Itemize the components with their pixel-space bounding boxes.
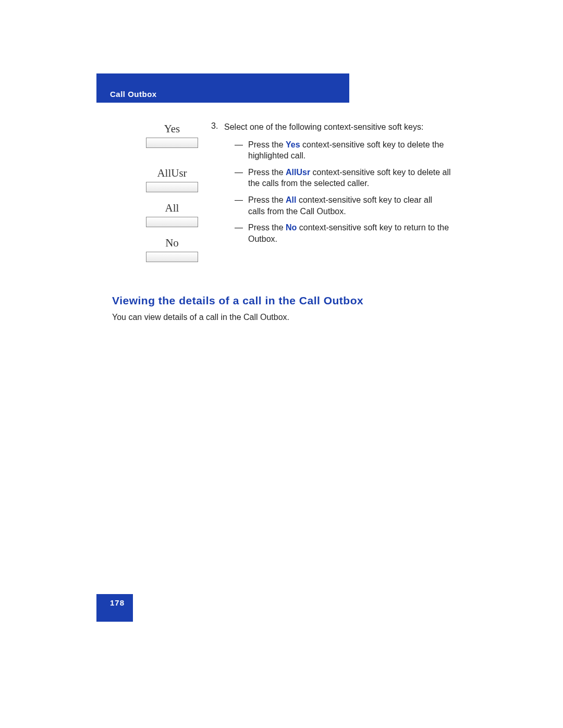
instruction-column: 3. Select one of the following context-s… [224, 121, 451, 250]
header-bar: Call Outbox [96, 73, 349, 103]
bullet-text: Press the AllUsr context-sensitive soft … [248, 167, 451, 189]
bullet-item-no: — Press the No context-sensitive soft ke… [235, 222, 451, 244]
dash-icon: — [235, 222, 243, 244]
step-number: 3. [211, 121, 218, 131]
bullet-list: — Press the Yes context-sensitive soft k… [224, 139, 451, 245]
bullet-item-allusr: — Press the AllUsr context-sensitive sof… [235, 167, 451, 189]
bullet-item-all: — Press the All context-sensitive soft k… [235, 194, 451, 217]
softkey-button-yes [146, 138, 198, 148]
softkey-label-all: All [136, 202, 209, 215]
softkey-label-yes: Yes [136, 122, 209, 135]
dash-icon: — [235, 167, 243, 189]
bullet-text: Press the All context-sensitive soft key… [248, 194, 451, 217]
softkey-allusr: AllUsr [136, 167, 209, 192]
softkey-button-allusr [146, 182, 198, 192]
page-number: 178 [110, 598, 125, 607]
softkey-label-allusr: AllUsr [136, 167, 209, 180]
softkey-label-no: No [136, 237, 209, 250]
softkey-all: All [136, 202, 209, 227]
dash-icon: — [235, 194, 243, 217]
softkey-column: Yes AllUsr All No [136, 122, 209, 272]
footer-bar: 178 [96, 594, 133, 622]
bullet-item-yes: — Press the Yes context-sensitive soft k… [235, 139, 451, 162]
bullet-text: Press the No context-sensitive soft key … [248, 222, 451, 244]
softkey-button-all [146, 217, 198, 227]
dash-icon: — [235, 139, 243, 162]
step-intro: Select one of the following context-sens… [224, 121, 451, 133]
softkey-yes: Yes [136, 122, 209, 148]
section-body: You can view details of a call in the Ca… [112, 313, 289, 322]
softkey-no: No [136, 237, 209, 262]
header-title: Call Outbox [110, 90, 157, 98]
section-heading: Viewing the details of a call in the Cal… [112, 294, 363, 307]
softkey-button-no [146, 252, 198, 262]
bullet-text: Press the Yes context-sensitive soft key… [248, 139, 451, 162]
